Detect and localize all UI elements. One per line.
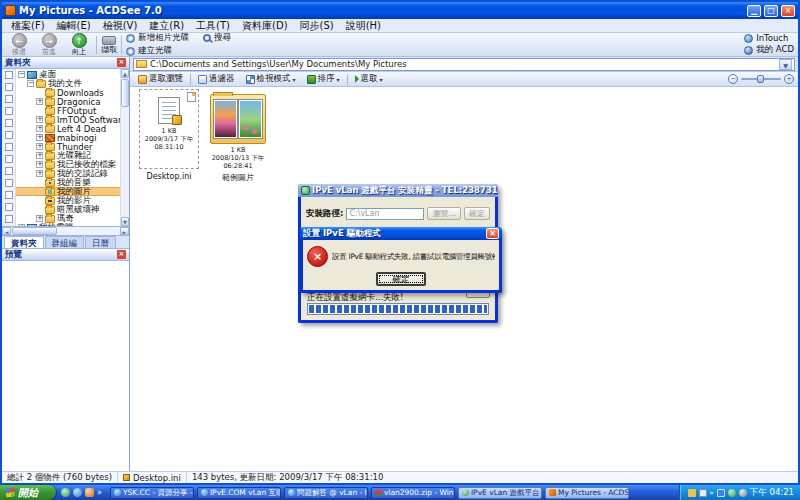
- close-button[interactable]: ×: [781, 5, 795, 17]
- intouch-link[interactable]: InTouch: [744, 33, 794, 43]
- easy-select-checkbox[interactable]: [5, 143, 13, 151]
- quick-launch-overflow-icon[interactable]: »: [97, 488, 102, 497]
- scroll-up-icon[interactable]: ▲: [121, 69, 129, 78]
- expand-icon[interactable]: +: [36, 161, 43, 168]
- task-winrar[interactable]: vlan2900.zip - WinRAR: [371, 487, 455, 499]
- easy-select-checkbox[interactable]: [5, 107, 13, 115]
- quick-launch-ie-icon[interactable]: [73, 488, 82, 497]
- easy-select-checkbox[interactable]: [5, 131, 13, 139]
- zoom-in-icon[interactable]: +: [784, 74, 794, 84]
- tree-vertical-scrollbar[interactable]: ▲ ▼: [120, 69, 129, 226]
- preview-panel-close-icon[interactable]: ×: [117, 250, 126, 259]
- tab-groups[interactable]: 群組編: [45, 236, 85, 248]
- menu-help[interactable]: 說明(H): [341, 19, 386, 33]
- scroll-left-icon[interactable]: ◄: [2, 227, 11, 235]
- address-input[interactable]: [150, 59, 776, 69]
- search-label[interactable]: 搜尋: [214, 32, 231, 44]
- tab-folders[interactable]: 資料夾: [4, 236, 44, 248]
- error-ok-button[interactable]: 確定: [376, 272, 426, 286]
- folders-panel-close-icon[interactable]: ×: [117, 58, 126, 67]
- easy-select-checkbox[interactable]: [5, 215, 13, 223]
- easy-select-checkbox[interactable]: [5, 179, 13, 187]
- task-ipve-vlan-platform[interactable]: IPvE vLan 遊戲平台 ...: [458, 487, 542, 499]
- easy-select-checkbox[interactable]: [5, 83, 13, 91]
- easy-select-checkbox[interactable]: [5, 155, 13, 163]
- quick-launch-acdsee-icon[interactable]: [85, 488, 94, 497]
- tray-status-icon[interactable]: [739, 489, 747, 497]
- restore-button[interactable]: □: [764, 5, 778, 17]
- easy-select-checkbox[interactable]: [5, 95, 13, 103]
- error-close-button[interactable]: ×: [486, 228, 499, 239]
- installer-ok-button[interactable]: 確定: [464, 207, 490, 220]
- menu-view[interactable]: 檢視(V): [98, 19, 143, 33]
- scroll-down-icon[interactable]: ▼: [121, 217, 129, 226]
- tab-calendar[interactable]: 日曆: [85, 236, 116, 248]
- up-button[interactable]: ↑ 向上: [66, 33, 92, 56]
- new-photo-disc-button[interactable]: 新增相片光碟 搜尋: [126, 32, 231, 44]
- browse-button[interactable]: 瀏覽...: [427, 207, 461, 220]
- install-path-input[interactable]: [346, 208, 424, 220]
- sunset-photo-thumbnail: [214, 100, 237, 138]
- collapse-icon[interactable]: −: [27, 80, 34, 87]
- menu-edit[interactable]: 編輯(E): [52, 19, 96, 33]
- easy-select-column: [2, 69, 16, 226]
- tray-network-icon[interactable]: [717, 489, 725, 497]
- view-mode-button[interactable]: 檢視模式 ▾: [242, 71, 300, 87]
- tray-volume-icon[interactable]: [688, 489, 696, 497]
- collapse-icon[interactable]: −: [18, 71, 25, 78]
- address-field[interactable]: ▼: [133, 58, 795, 71]
- easy-select-checkbox[interactable]: [5, 71, 13, 79]
- select-button[interactable]: 選取 ▾: [351, 71, 387, 87]
- scrollbar-thumb[interactable]: [121, 79, 129, 107]
- expand-icon[interactable]: +: [36, 125, 43, 132]
- expand-icon[interactable]: +: [36, 98, 43, 105]
- file-tile-sample-pictures[interactable]: 1 KB 2008/10/13 下午 06:28:41 範例圖片: [204, 89, 272, 183]
- folder-icon: [45, 170, 55, 178]
- forward-button[interactable]: → 前進: [36, 33, 62, 56]
- scrollbar-thumb[interactable]: [12, 227, 57, 235]
- easy-select-checkbox[interactable]: [5, 203, 13, 211]
- easy-select-checkbox[interactable]: [5, 119, 13, 127]
- tray-messenger-icon[interactable]: [699, 489, 707, 497]
- task-faq-vlan[interactable]: 問題解答 @ vLan - I...: [284, 487, 368, 499]
- menu-tools[interactable]: 工具(T): [191, 19, 235, 33]
- tree-item-my-computer[interactable]: + 我的電腦: [16, 223, 120, 226]
- tray-vlan-icon[interactable]: [728, 489, 736, 497]
- expand-icon[interactable]: +: [36, 152, 43, 159]
- expand-icon[interactable]: +: [18, 224, 25, 226]
- capture-button[interactable]: 擷取: [101, 36, 117, 54]
- tree-horizontal-scrollbar[interactable]: ◄ ►: [2, 227, 129, 236]
- menu-sync[interactable]: 同步(S): [295, 19, 339, 33]
- easy-select-checkbox[interactable]: [5, 191, 13, 199]
- tray-collapse-icon[interactable]: «: [710, 489, 714, 497]
- start-button[interactable]: 開始: [0, 485, 56, 500]
- menu-create[interactable]: 建立(R): [144, 19, 189, 33]
- easy-select-checkbox[interactable]: [5, 167, 13, 175]
- expand-icon[interactable]: +: [36, 143, 43, 150]
- expand-icon[interactable]: +: [36, 116, 43, 123]
- expand-icon[interactable]: +: [36, 134, 43, 141]
- address-dropdown-icon[interactable]: ▼: [779, 59, 792, 70]
- task-acdsee[interactable]: My Pictures - ACDSee...: [545, 487, 629, 499]
- task-ipve-com[interactable]: IPvE.COM vLan 互聯...: [197, 487, 281, 499]
- expand-icon[interactable]: +: [36, 170, 43, 177]
- back-button[interactable]: ← 後退: [6, 33, 32, 56]
- menu-file[interactable]: 檔案(F): [6, 19, 50, 33]
- quick-launch-vlan-icon[interactable]: [61, 488, 70, 497]
- file-tile-desktop-ini[interactable]: 1 KB 2009/3/17 下午 08:31:10 Desktop.ini: [139, 89, 199, 181]
- create-disc-button[interactable]: 建立光碟: [126, 45, 231, 57]
- select-browse-button[interactable]: 選取瀏覽: [134, 71, 187, 87]
- zoom-out-icon[interactable]: −: [728, 74, 738, 84]
- sort-button[interactable]: 排序 ▾: [303, 71, 344, 87]
- new-photo-disc-label: 新增相片光碟: [138, 32, 189, 44]
- menu-database[interactable]: 資料庫(D): [237, 19, 293, 33]
- zoom-slider-thumb[interactable]: [757, 75, 764, 83]
- task-ysk-cc[interactable]: YSK.CC - 資源分享 -...: [110, 487, 194, 499]
- zoom-slider[interactable]: [741, 78, 781, 80]
- filter-label: 過濾器: [209, 73, 235, 85]
- my-acd-link[interactable]: 我的 ACD: [744, 44, 794, 56]
- filter-button[interactable]: 過濾器: [194, 71, 239, 87]
- minimize-button[interactable]: ▁: [747, 5, 761, 17]
- sort-icon: [307, 75, 316, 84]
- scroll-right-icon[interactable]: ►: [120, 227, 129, 235]
